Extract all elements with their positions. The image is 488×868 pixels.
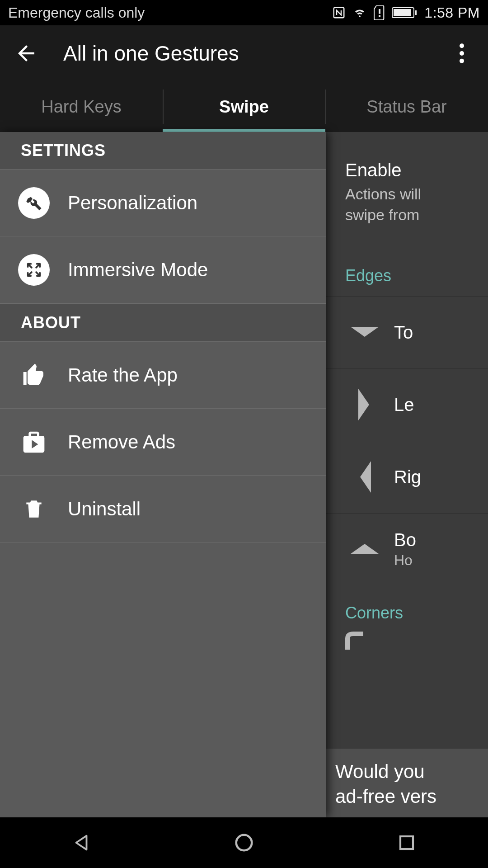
arrow-up-icon — [340, 544, 389, 555]
drawer-item-uninstall[interactable]: Uninstall — [0, 476, 326, 542]
edges-header: Edges — [326, 266, 488, 285]
svg-rect-5 — [415, 10, 417, 15]
svg-rect-14 — [400, 836, 413, 849]
drawer-item-rate[interactable]: Rate the App — [0, 342, 326, 409]
wrench-icon — [18, 187, 50, 219]
arrow-right-icon — [340, 389, 389, 420]
about-section-header: ABOUT — [0, 303, 326, 342]
drawer-item-remove-ads[interactable]: Remove Ads — [0, 409, 326, 476]
enable-subtitle: Actions will swipe from — [326, 184, 488, 226]
tab-hard-keys[interactable]: Hard Keys — [0, 81, 163, 132]
svg-marker-11 — [360, 461, 371, 493]
swipe-page: Enable Actions will swipe from Edges To … — [326, 132, 488, 817]
drawer-item-label: Remove Ads — [50, 431, 175, 453]
svg-point-7 — [460, 51, 464, 56]
svg-rect-1 — [379, 9, 380, 14]
trash-icon — [18, 493, 50, 525]
svg-rect-4 — [394, 9, 411, 16]
drawer-item-immersive[interactable]: Immersive Mode — [0, 236, 326, 303]
svg-marker-10 — [358, 389, 369, 420]
edge-top-row[interactable]: To — [326, 296, 488, 368]
network-status: Emergency calls only — [8, 5, 145, 21]
nav-home-button[interactable] — [212, 827, 276, 859]
wifi-icon — [352, 6, 367, 19]
system-nav-bar — [0, 817, 488, 868]
sim-alert-icon — [374, 5, 385, 20]
shop-play-icon — [18, 426, 50, 458]
nav-recent-button[interactable] — [375, 827, 438, 859]
tab-bar: Hard Keys Swipe Status Bar — [0, 81, 488, 132]
svg-marker-9 — [351, 327, 379, 337]
status-bar: Emergency calls only 1:58 PM — [0, 0, 488, 25]
svg-point-8 — [460, 59, 464, 63]
clock: 1:58 PM — [424, 5, 480, 21]
corners-header: Corners — [326, 604, 488, 623]
arrow-down-icon — [340, 327, 389, 338]
app-bar: All in one Gestures — [0, 25, 488, 81]
arrow-left-icon — [340, 461, 389, 493]
enable-title[interactable]: Enable — [326, 160, 488, 180]
tab-swipe[interactable]: Swipe — [163, 81, 325, 132]
tab-status-bar[interactable]: Status Bar — [325, 81, 488, 132]
settings-drawer: SETTINGS Personalization Immersive Mode … — [0, 132, 326, 817]
overflow-menu-button[interactable] — [448, 40, 475, 67]
nfc-icon — [332, 6, 346, 19]
drawer-item-label: Uninstall — [50, 498, 141, 520]
nav-back-button[interactable] — [50, 827, 113, 859]
fullscreen-icon — [18, 254, 50, 286]
adfree-banner[interactable]: Would you ad-free vers — [326, 749, 488, 817]
svg-rect-2 — [379, 15, 380, 17]
drawer-item-label: Personalization — [50, 192, 197, 214]
thumbs-up-icon — [18, 359, 50, 391]
svg-point-6 — [460, 43, 464, 48]
edge-right-row[interactable]: Rig — [326, 441, 488, 513]
svg-point-13 — [236, 835, 252, 851]
settings-section-header: SETTINGS — [0, 132, 326, 170]
edge-bottom-row[interactable]: Bo Ho — [326, 513, 488, 585]
drawer-item-label: Immersive Mode — [50, 259, 208, 281]
corner-top-left-icon — [326, 632, 488, 650]
app-title: All in one Gestures — [63, 41, 239, 66]
svg-marker-12 — [351, 544, 379, 554]
drawer-item-personalization[interactable]: Personalization — [0, 170, 326, 236]
edge-left-row[interactable]: Le — [326, 368, 488, 441]
battery-icon — [392, 6, 418, 19]
back-button[interactable] — [13, 40, 40, 67]
drawer-item-label: Rate the App — [50, 364, 178, 386]
